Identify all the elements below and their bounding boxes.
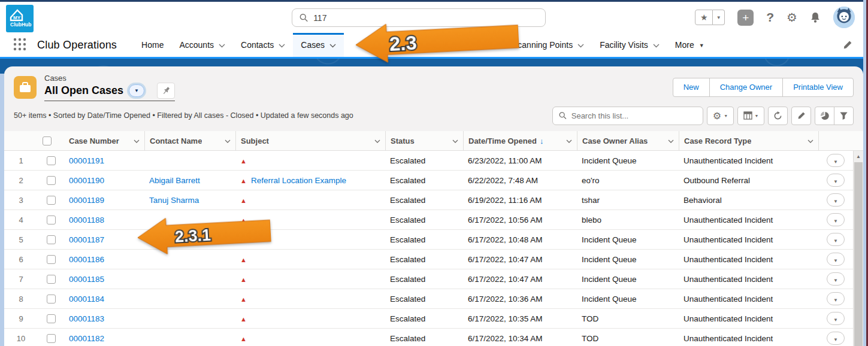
record-type-cell: Outbound Referral bbox=[679, 176, 818, 185]
display-as-button[interactable]: ▼ bbox=[737, 107, 764, 125]
row-checkbox[interactable] bbox=[38, 195, 64, 205]
case-number-link[interactable]: 00001182 bbox=[69, 334, 104, 343]
row-actions-button[interactable]: ▼ bbox=[827, 292, 845, 305]
record-type-cell: Unauthenticated Incident bbox=[679, 235, 818, 244]
col-case-number[interactable]: Case Number bbox=[64, 131, 144, 151]
question-icon: ? bbox=[766, 10, 774, 25]
annotation-arrow-2-3-1: 2.3.1 bbox=[137, 212, 271, 256]
tab-accounts[interactable]: Accounts bbox=[171, 33, 233, 57]
caret-down-icon: ▼ bbox=[833, 337, 838, 342]
tab-cases[interactable]: Cases bbox=[293, 33, 344, 57]
table-icon bbox=[743, 111, 752, 120]
list-view-controls-button[interactable]: ⚙▼ bbox=[707, 107, 734, 125]
cases-table: Case Number Contact Name Subject Status … bbox=[4, 131, 863, 346]
row-checkbox[interactable] bbox=[38, 175, 64, 185]
row-checkbox[interactable] bbox=[38, 235, 64, 244]
row-checkbox[interactable] bbox=[38, 333, 64, 343]
list-actions: New Change Owner Printable View bbox=[673, 78, 854, 97]
row-actions-button[interactable]: ▼ bbox=[827, 312, 845, 325]
row-actions-button[interactable]: ▼ bbox=[827, 193, 845, 207]
tab-more[interactable]: More ▼ bbox=[667, 33, 712, 57]
status-cell: Escalated bbox=[385, 235, 463, 244]
row-actions-button[interactable]: ▼ bbox=[827, 233, 845, 246]
row-checkbox[interactable] bbox=[38, 215, 64, 224]
notifications-button[interactable] bbox=[810, 12, 821, 23]
printable-view-button[interactable]: Printable View bbox=[782, 78, 854, 97]
change-owner-button[interactable]: Change Owner bbox=[709, 78, 783, 97]
row-checkbox[interactable] bbox=[38, 294, 64, 303]
tab-contacts[interactable]: Contacts bbox=[233, 33, 293, 57]
col-scroll-gutter bbox=[853, 131, 863, 151]
row-actions-button[interactable]: ▼ bbox=[827, 332, 845, 345]
favorites-star-icon[interactable]: ★ bbox=[695, 10, 713, 25]
list-search-input[interactable] bbox=[571, 111, 697, 120]
chevron-down-icon bbox=[668, 139, 674, 143]
record-type-cell: Unauthenticated Incident bbox=[679, 255, 818, 264]
subject-link[interactable]: Referral Location Example bbox=[251, 176, 346, 185]
table-row: 600001186▲Escalated6/17/2022, 10:47 AMIn… bbox=[4, 250, 863, 269]
case-number-link[interactable]: 00001184 bbox=[69, 295, 104, 303]
case-number-link[interactable]: 00001189 bbox=[69, 196, 104, 205]
list-search[interactable] bbox=[552, 107, 703, 125]
edit-nav-pencil-icon[interactable] bbox=[843, 40, 852, 51]
case-number-link[interactable]: 00001187 bbox=[69, 235, 104, 244]
escalated-icon: ▲ bbox=[240, 296, 247, 303]
filter-button[interactable] bbox=[834, 107, 854, 125]
col-case-owner-alias[interactable]: Case Owner Alias bbox=[577, 131, 679, 151]
pin-list-button[interactable] bbox=[157, 83, 175, 99]
owner-alias-cell: Incident Queue bbox=[577, 275, 679, 284]
setup-button[interactable]: ⚙ bbox=[787, 10, 797, 25]
case-number-link[interactable]: 00001183 bbox=[69, 314, 104, 323]
charts-button[interactable] bbox=[815, 107, 834, 125]
caret-down-icon: ▼ bbox=[833, 159, 838, 165]
escalated-icon: ▲ bbox=[240, 197, 247, 204]
col-subject[interactable]: Subject bbox=[235, 131, 385, 151]
help-button[interactable]: ? bbox=[766, 10, 774, 25]
table-row: 200001190Abigail Barrett▲Referral Locati… bbox=[4, 171, 863, 190]
user-avatar[interactable] bbox=[833, 7, 855, 28]
row-actions-button[interactable]: ▼ bbox=[827, 272, 845, 286]
scrollbar-thumb[interactable] bbox=[854, 162, 863, 346]
col-case-record-type[interactable]: Case Record Type bbox=[679, 131, 818, 151]
case-number-link[interactable]: 00001185 bbox=[69, 275, 104, 284]
case-number-link[interactable]: 00001188 bbox=[69, 216, 104, 224]
row-checkbox[interactable] bbox=[38, 254, 64, 264]
case-number-link[interactable]: 00001186 bbox=[69, 255, 104, 264]
row-actions-button[interactable]: ▼ bbox=[827, 253, 845, 266]
row-actions-button[interactable]: ▼ bbox=[827, 174, 845, 187]
select-all-header[interactable] bbox=[38, 131, 64, 151]
app-launcher-icon[interactable] bbox=[13, 38, 26, 52]
chart-filter-group bbox=[815, 107, 854, 125]
table-row: 700001185▲Escalated6/17/2022, 10:47 AMIn… bbox=[4, 269, 863, 289]
global-create-button[interactable]: + bbox=[737, 10, 754, 26]
contact-name-link[interactable]: Abigail Barrett bbox=[149, 176, 200, 185]
refresh-button[interactable] bbox=[768, 107, 788, 125]
favorites-caret-icon[interactable]: ▼ bbox=[713, 10, 725, 25]
row-actions-button[interactable]: ▼ bbox=[827, 154, 845, 167]
list-view-panel: Cases All Open Cases ▼ New Change Owner … bbox=[4, 66, 863, 346]
col-contact-name[interactable]: Contact Name bbox=[144, 131, 235, 151]
favorites-button-group: ★ ▼ bbox=[695, 10, 725, 25]
scroll-up-icon[interactable]: ▲ bbox=[854, 151, 863, 162]
row-number: 4 bbox=[4, 216, 38, 224]
case-number-link[interactable]: 00001190 bbox=[69, 176, 104, 185]
contact-name-link[interactable]: Tanuj Sharma bbox=[149, 196, 199, 205]
caret-down-icon: ▼ bbox=[699, 43, 704, 48]
escalated-icon: ▲ bbox=[240, 157, 247, 165]
col-date-time-opened[interactable]: Date/Time Opened↓ bbox=[463, 131, 577, 151]
new-button[interactable]: New bbox=[673, 78, 710, 97]
tab-home[interactable]: Home bbox=[134, 33, 171, 57]
row-checkbox[interactable] bbox=[38, 156, 64, 165]
edit-list-button[interactable] bbox=[791, 107, 811, 125]
list-view-selector-caret[interactable]: ▼ bbox=[129, 84, 144, 97]
chevron-down-icon bbox=[566, 139, 572, 143]
row-checkbox[interactable] bbox=[38, 314, 64, 323]
chevron-down-icon bbox=[219, 44, 225, 48]
date-opened-cell: 6/17/2022, 10:34 AM bbox=[463, 334, 577, 343]
row-actions-button[interactable]: ▼ bbox=[827, 213, 845, 226]
col-status[interactable]: Status bbox=[385, 131, 463, 151]
case-number-link[interactable]: 00001191 bbox=[69, 156, 104, 165]
vertical-scrollbar[interactable]: ▲ bbox=[853, 151, 863, 346]
row-checkbox[interactable] bbox=[38, 274, 64, 284]
tab-facility-visits[interactable]: Facility Visits bbox=[592, 33, 667, 57]
